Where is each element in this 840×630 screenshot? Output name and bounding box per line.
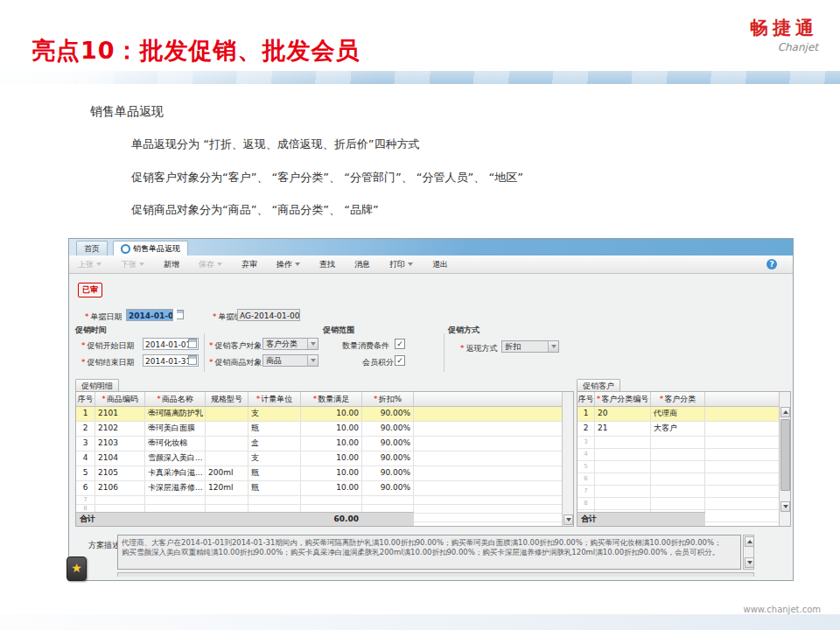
empty-row: 7 (76, 496, 573, 505)
plan-description-label: 方案描述 (88, 540, 120, 551)
toolbar-print-button[interactable]: 打印 (389, 259, 413, 270)
cash-method-label: 返现方式 (460, 343, 498, 354)
logo-text-cn: 畅捷通 (750, 16, 818, 40)
table-row[interactable]: 221大客户 (578, 422, 790, 437)
toolbar-next-button[interactable]: 下张 (121, 259, 144, 270)
scrollbar-thumb[interactable] (780, 419, 790, 491)
table-row[interactable]: 12101蒂珂隔离防护乳支10.0090.00% (76, 407, 573, 422)
form-content: 已审 单据日期 2014-01-01 单据编号 AG-2014-01-0001 … (69, 274, 793, 580)
scroll-up-button[interactable] (780, 407, 790, 417)
calendar-icon[interactable] (188, 339, 197, 348)
total-row: 合计 60.00 (76, 512, 414, 526)
customer-object-label: 促销客户对象 (209, 340, 262, 352)
end-date-label: 促销结束日期 (81, 357, 135, 368)
grid-header-row: 序号 商品编码 商品名称 规格型号 计量单位 数量满足 折扣% (76, 392, 573, 407)
bullet-heading: 销售单品返现 (90, 104, 164, 120)
chevron-down-icon (307, 339, 318, 349)
qty-condition-checkbox[interactable]: ✓ (395, 339, 405, 349)
status-stamp: 已审 (78, 283, 102, 298)
qty-condition-label: 数量消费条件 (342, 340, 389, 352)
toolbar-new-button[interactable]: 新增 (164, 259, 179, 270)
doc-date-label: 单据日期 (85, 312, 122, 323)
total-row: 合计 (578, 512, 705, 526)
section-promo-method: 促销方式 (448, 325, 480, 336)
chevron-down-icon (307, 355, 318, 366)
customer-object-select[interactable]: 客户分类 (262, 338, 318, 350)
tab-label: 销售单品返现 (133, 242, 180, 256)
product-object-select[interactable]: 商品 (262, 354, 318, 367)
section-promo-time: 促销时间 (75, 325, 107, 336)
toolbar-exit-button[interactable]: 退出 (432, 259, 448, 270)
toolbar-prev-button[interactable]: 上张 (78, 259, 102, 270)
section-divider (444, 333, 444, 372)
promo-detail-grid: 序号 商品编码 商品名称 规格型号 计量单位 数量满足 折扣% 12101蒂珂隔… (75, 391, 574, 527)
dropdown-caret-icon (139, 262, 144, 266)
spacer (173, 309, 177, 321)
tab-bullet-icon (121, 244, 130, 254)
empty-row: 8 (578, 498, 790, 510)
table-row[interactable]: 42104雪颜深入美白...支10.0090.00% (76, 452, 573, 466)
grid-header-row: 序号 客户分类编号 客户分类 (578, 392, 790, 407)
member-points-checkbox[interactable]: ✓ (395, 355, 405, 366)
tab-promo-detail[interactable]: 促销明细 (75, 379, 119, 392)
vertical-scrollbar[interactable] (779, 392, 790, 526)
promo-customer-grid: 序号 客户分类编号 客户分类 120代理商 221大客户 3 4 5 6 7 8… (577, 391, 791, 527)
vertical-scrollbar[interactable] (562, 392, 573, 526)
member-points-label: 会员积分 (362, 357, 394, 368)
doc-date-input[interactable]: 2014-01-01 (126, 309, 173, 321)
calendar-icon[interactable] (188, 355, 197, 365)
table-row[interactable]: 62106卡深层滋养修...120ml瓶10.0090.00% (76, 481, 573, 496)
toolbar-find-button[interactable]: 查找 (319, 259, 335, 270)
plan-description-textarea[interactable]: 代理商、大客户在2014-01-01到2014-01-31期间内，购买蒂珂隔离防… (117, 535, 741, 570)
section-divider (204, 333, 205, 372)
footer-band (0, 614, 840, 630)
textarea-scrollbar[interactable] (743, 535, 754, 570)
dropdown-caret-icon (217, 262, 222, 266)
toolbar-save-button[interactable]: 保存 (199, 259, 222, 270)
help-icon[interactable]: ? (766, 259, 777, 270)
tab-home[interactable]: 首页 (76, 241, 108, 256)
bullet-line: 单品返现分为 “打折、返现、成倍返现、折后价”四种方式 (131, 136, 420, 152)
table-row[interactable]: 22102蒂珂美白面膜瓶10.0090.00% (76, 422, 573, 437)
start-date-label: 促销开始日期 (81, 340, 135, 352)
footer-url: www.chanjet.com (744, 605, 822, 614)
dropdown-caret-icon (295, 262, 300, 266)
chevron-down-icon (548, 341, 558, 352)
bullet-line: 促销客户对象分为“客户”、 “客户分类”、 “分管部门”、 “分管人员”、 “地… (131, 170, 523, 186)
empty-row: 6 (578, 473, 790, 486)
tab-sales-item-rebate[interactable]: 销售单品返现 (113, 241, 188, 256)
table-row[interactable]: 52105卡真采净白滋...200ml瓶10.0090.00% (76, 466, 573, 481)
next-field-strip (117, 572, 754, 577)
scroll-down-button[interactable] (780, 501, 790, 512)
cash-method-select[interactable]: 折扣 (501, 340, 559, 353)
toolbar-message-button[interactable]: 消息 (354, 259, 370, 270)
empty-row: 3 (578, 437, 790, 449)
dropdown-caret-icon (408, 262, 413, 266)
dropdown-caret-icon (96, 262, 102, 266)
app-window: 首页 销售单品返现 上张 下张 新增 保存 弃审 操作 查找 消息 打印 退出 … (68, 238, 794, 581)
toolbar-unapprove-button[interactable]: 弃审 (242, 259, 257, 270)
product-object-label: 促销商品对象 (209, 357, 262, 368)
star-shortcut-icon[interactable]: ★ (66, 556, 87, 581)
table-row[interactable]: 120代理商 (578, 407, 790, 422)
empty-row: 5 (578, 461, 790, 473)
scroll-down-button[interactable] (745, 557, 754, 568)
chanjet-logo: 畅捷通 Chanjet (750, 16, 818, 53)
toolbar-actions-button[interactable]: 操作 (276, 259, 300, 270)
page-title: 亮点10：批发促销、批发会员 (32, 35, 360, 66)
table-row[interactable]: 32103蒂珂化妆棉盒10.0090.00% (76, 437, 573, 452)
tab-promo-customers[interactable]: 促销客户 (577, 379, 620, 392)
logo-text-en: Chanjet (750, 41, 818, 53)
scroll-down-button[interactable] (564, 514, 573, 525)
doc-no-input[interactable]: AG-2014-01-0001 (237, 309, 300, 321)
section-promo-scope: 促销范围 (323, 325, 354, 336)
bullet-line: 促销商品对象分为“商品”、 “商品分类”、 “品牌” (131, 202, 379, 218)
empty-row: 4 (578, 449, 790, 461)
title-divider-band (0, 71, 840, 84)
scroll-up-button[interactable] (745, 536, 754, 547)
slide: 亮点10：批发促销、批发会员 畅捷通 Chanjet 销售单品返现 单品返现分为… (0, 0, 840, 630)
app-toolbar: 上张 下张 新增 保存 弃审 操作 查找 消息 打印 退出 ? (69, 256, 793, 274)
app-tab-bar: 首页 销售单品返现 (69, 239, 793, 256)
empty-row: 7 (578, 486, 790, 498)
